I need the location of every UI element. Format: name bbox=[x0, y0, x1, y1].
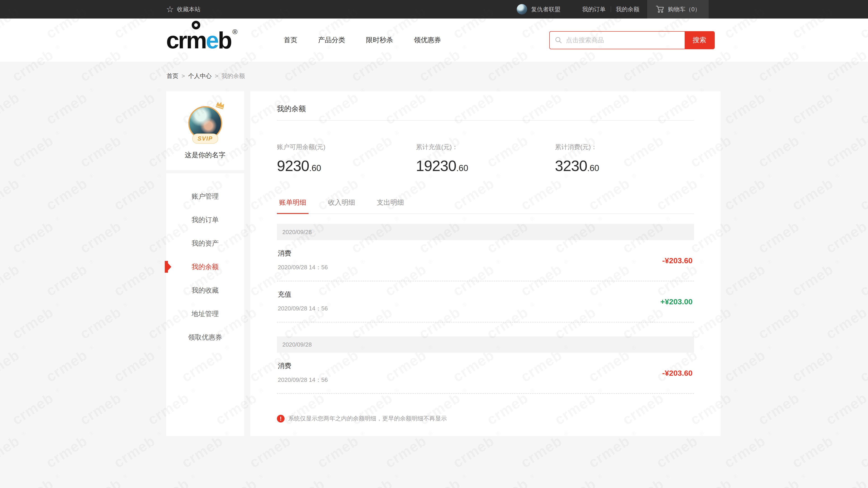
stat-label: 累计消费(元)： bbox=[555, 143, 694, 151]
sidebar-item-account[interactable]: 账户管理 bbox=[166, 185, 244, 208]
search-bar: 搜索 bbox=[549, 31, 715, 49]
nav-coupons[interactable]: 领优惠券 bbox=[414, 35, 441, 45]
nav-categories[interactable]: 产品分类 bbox=[318, 35, 345, 45]
logo-text: crmeb bbox=[166, 29, 231, 52]
bill-group: 2020/09/28 消费 2020/09/28 14：56 -¥203.60 … bbox=[277, 224, 694, 322]
breadcrumb: 首页 > 个人中心 > 我的余额 bbox=[0, 62, 868, 80]
alert-icon: ! bbox=[277, 415, 285, 422]
sidebar-item-addresses[interactable]: 地址管理 bbox=[166, 302, 244, 326]
search-button[interactable]: 搜索 bbox=[685, 32, 714, 49]
stat-value: 19230.60 bbox=[416, 157, 555, 174]
sidebar-divider bbox=[166, 170, 244, 173]
sidebar-item-favorites[interactable]: 我的收藏 bbox=[166, 279, 244, 302]
tab-bill-details[interactable]: 账单明细 bbox=[277, 198, 309, 214]
breadcrumb-home[interactable]: 首页 bbox=[166, 72, 178, 80]
bill-row: 充值 2020/09/28 14：56 +¥203.00 bbox=[277, 281, 694, 322]
favorite-site-link[interactable]: ☆ 收藏本站 bbox=[166, 5, 200, 13]
logo-registered-mark: ® bbox=[232, 28, 237, 36]
tab-expense-details[interactable]: 支出明细 bbox=[375, 198, 406, 214]
bill-date-header: 2020/09/28 bbox=[277, 336, 694, 353]
bill-group: 2020/09/28 消费 2020/09/28 14：56 -¥203.60 bbox=[277, 336, 694, 394]
balance-stats: 账户可用余额(元) 9230.60 累计充值(元)： 19230.60 累计消费… bbox=[277, 143, 694, 174]
topbar-right: 复仇者联盟 我的订单 我的余额 购物车（0） bbox=[517, 0, 709, 19]
stat-label: 账户可用余额(元) bbox=[277, 143, 416, 151]
bill-row: 消费 2020/09/28 14：56 -¥203.60 bbox=[277, 353, 694, 394]
breadcrumb-separator: > bbox=[182, 72, 185, 79]
cart-icon bbox=[655, 5, 664, 13]
main-nav: 首页 产品分类 限时秒杀 领优惠券 bbox=[284, 35, 462, 45]
page-title: 我的余额 bbox=[277, 91, 694, 121]
sidebar-item-assets[interactable]: 我的资产 bbox=[166, 232, 244, 255]
avatar-wrap: SVIP bbox=[188, 106, 222, 140]
favorite-site-label: 收藏本站 bbox=[177, 5, 200, 13]
search-field bbox=[550, 32, 685, 49]
header: crmeb ® 首页 产品分类 限时秒杀 领优惠券 搜索 bbox=[0, 19, 868, 62]
crown-icon bbox=[214, 99, 226, 110]
breadcrumb-current: 我的余额 bbox=[221, 72, 245, 80]
stat-total-recharge: 累计充值(元)： 19230.60 bbox=[416, 143, 555, 174]
balance-panel: 我的余额 账户可用余额(元) 9230.60 累计充值(元)： 19230.60… bbox=[250, 91, 721, 436]
topbar-username[interactable]: 复仇者联盟 bbox=[531, 5, 561, 13]
history-notice-text: 系统仅显示您两年之内的余额明细，更早的余额明细不再显示 bbox=[288, 415, 447, 422]
svip-badge: SVIP bbox=[192, 133, 218, 144]
bill-time: 2020/09/28 14：56 bbox=[278, 304, 693, 313]
bill-amount: -¥203.60 bbox=[662, 369, 692, 378]
user-avatar-small[interactable] bbox=[517, 4, 527, 14]
breadcrumb-separator: > bbox=[215, 72, 218, 79]
topbar-my-orders-link[interactable]: 我的订单 bbox=[582, 5, 606, 13]
nav-home[interactable]: 首页 bbox=[284, 35, 297, 45]
bill-type: 消费 bbox=[278, 361, 693, 370]
bill-type: 消费 bbox=[278, 249, 693, 258]
profile-block: SVIP 这是你的名字 bbox=[166, 91, 244, 160]
stat-label: 累计充值(元)： bbox=[416, 143, 555, 151]
topbar: ☆ 收藏本站 复仇者联盟 我的订单 我的余额 购物车（0） bbox=[0, 0, 868, 19]
bill-date-header: 2020/09/28 bbox=[277, 224, 694, 240]
sidebar-menu: 账户管理 我的订单 我的资产 我的余额 我的收藏 地址管理 领取优惠券 bbox=[166, 173, 244, 349]
stat-total-consumption: 累计消费(元)： 3230.60 bbox=[555, 143, 694, 174]
stat-value: 9230.60 bbox=[277, 157, 416, 174]
search-input[interactable] bbox=[562, 32, 685, 49]
sidebar: SVIP 这是你的名字 账户管理 我的订单 我的资产 我的余额 我的收藏 地址管… bbox=[166, 91, 244, 436]
bill-amount: +¥203.00 bbox=[660, 297, 692, 306]
cart-button[interactable]: 购物车（0） bbox=[647, 0, 709, 19]
site-logo[interactable]: crmeb ® bbox=[166, 29, 237, 52]
bill-time: 2020/09/28 14：56 bbox=[278, 376, 693, 384]
stat-available-balance: 账户可用余额(元) 9230.60 bbox=[277, 143, 416, 174]
history-notice: ! 系统仅显示您两年之内的余额明细，更早的余额明细不再显示 bbox=[277, 415, 694, 422]
sidebar-item-balance[interactable]: 我的余额 bbox=[166, 255, 244, 279]
profile-username: 这是你的名字 bbox=[166, 151, 244, 160]
sidebar-item-coupons[interactable]: 领取优惠券 bbox=[166, 326, 244, 349]
stat-value: 3230.60 bbox=[555, 157, 694, 174]
breadcrumb-user-center[interactable]: 个人中心 bbox=[188, 72, 212, 80]
search-icon bbox=[555, 36, 562, 44]
active-item-marker bbox=[165, 261, 172, 273]
nav-flash-sale[interactable]: 限时秒杀 bbox=[366, 35, 393, 45]
bill-time: 2020/09/28 14：56 bbox=[278, 263, 693, 271]
bill-tabs: 账单明细 收入明细 支出明细 bbox=[277, 198, 694, 214]
sidebar-item-orders[interactable]: 我的订单 bbox=[166, 208, 244, 232]
tab-income-details[interactable]: 收入明细 bbox=[326, 198, 358, 214]
sidebar-item-balance-label: 我的余额 bbox=[192, 263, 219, 270]
bill-amount: -¥203.60 bbox=[662, 256, 692, 265]
bill-type: 充值 bbox=[278, 290, 693, 299]
bill-row: 消费 2020/09/28 14：56 -¥203.60 bbox=[277, 240, 694, 281]
star-icon: ☆ bbox=[166, 5, 174, 13]
topbar-my-balance-link[interactable]: 我的余额 bbox=[616, 5, 640, 13]
cart-label: 购物车（0） bbox=[668, 5, 701, 13]
content: SVIP 这是你的名字 账户管理 我的订单 我的资产 我的余额 我的收藏 地址管… bbox=[166, 91, 715, 436]
